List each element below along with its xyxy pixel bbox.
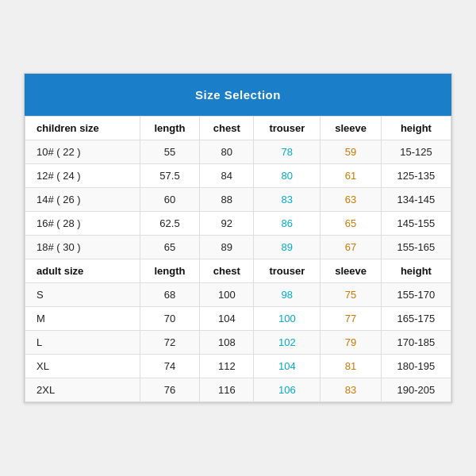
children-height-header: height bbox=[381, 117, 451, 140]
sleeve-cell: 79 bbox=[321, 331, 382, 355]
table-row: 12# ( 24 ) 57.5 84 80 61 125-135 bbox=[25, 164, 451, 188]
length-cell: 72 bbox=[140, 331, 199, 355]
height-cell: 145-155 bbox=[381, 212, 451, 236]
trouser-cell: 83 bbox=[254, 188, 321, 212]
height-cell: 180-195 bbox=[381, 355, 451, 378]
size-table: children size length chest trouser sleev… bbox=[25, 116, 451, 402]
size-cell: 18# ( 30 ) bbox=[25, 236, 140, 259]
sleeve-cell: 77 bbox=[321, 307, 382, 331]
size-cell: 14# ( 26 ) bbox=[25, 188, 140, 212]
length-cell: 57.5 bbox=[140, 164, 199, 188]
chest-cell: 84 bbox=[200, 164, 254, 188]
adult-height-header: height bbox=[381, 259, 451, 283]
title-text: Size Selection bbox=[195, 88, 281, 102]
children-length-header: length bbox=[140, 117, 199, 140]
size-cell: XL bbox=[25, 355, 140, 378]
adult-chest-header: chest bbox=[200, 259, 254, 283]
sleeve-cell: 61 bbox=[321, 164, 382, 188]
children-chest-header: chest bbox=[200, 117, 254, 140]
height-cell: 155-170 bbox=[381, 283, 451, 307]
adult-trouser-header: trouser bbox=[254, 259, 321, 283]
height-cell: 125-135 bbox=[381, 164, 451, 188]
trouser-cell: 104 bbox=[254, 355, 321, 378]
size-cell: M bbox=[25, 307, 140, 331]
length-cell: 62.5 bbox=[140, 212, 199, 236]
height-cell: 134-145 bbox=[381, 188, 451, 212]
height-cell: 155-165 bbox=[381, 236, 451, 259]
sleeve-cell: 75 bbox=[321, 283, 382, 307]
chest-cell: 88 bbox=[200, 188, 254, 212]
length-cell: 70 bbox=[140, 307, 199, 331]
children-size-header: children size bbox=[25, 117, 140, 140]
table-row: 18# ( 30 ) 65 89 89 67 155-165 bbox=[25, 236, 451, 259]
trouser-cell: 98 bbox=[254, 283, 321, 307]
height-cell: 170-185 bbox=[381, 331, 451, 355]
adult-sleeve-header: sleeve bbox=[321, 259, 382, 283]
chest-cell: 100 bbox=[200, 283, 254, 307]
size-cell: 2XL bbox=[25, 378, 140, 402]
height-cell: 190-205 bbox=[381, 378, 451, 402]
trouser-cell: 102 bbox=[254, 331, 321, 355]
length-cell: 76 bbox=[140, 378, 199, 402]
chest-cell: 108 bbox=[200, 331, 254, 355]
sleeve-cell: 81 bbox=[321, 355, 382, 378]
sleeve-cell: 83 bbox=[321, 378, 382, 402]
children-sleeve-header: sleeve bbox=[321, 117, 382, 140]
size-cell: 16# ( 28 ) bbox=[25, 212, 140, 236]
chest-cell: 89 bbox=[200, 236, 254, 259]
table-row: XL 74 112 104 81 180-195 bbox=[25, 355, 451, 378]
table-row: 2XL 76 116 106 83 190-205 bbox=[25, 378, 451, 402]
trouser-cell: 78 bbox=[254, 140, 321, 164]
sleeve-cell: 65 bbox=[321, 212, 382, 236]
size-cell: S bbox=[25, 283, 140, 307]
trouser-cell: 86 bbox=[254, 212, 321, 236]
length-cell: 60 bbox=[140, 188, 199, 212]
adult-size-header: adult size bbox=[25, 259, 140, 283]
height-cell: 15-125 bbox=[381, 140, 451, 164]
size-cell: L bbox=[25, 331, 140, 355]
length-cell: 65 bbox=[140, 236, 199, 259]
chest-cell: 92 bbox=[200, 212, 254, 236]
length-cell: 55 bbox=[140, 140, 199, 164]
trouser-cell: 89 bbox=[254, 236, 321, 259]
size-selection-card: Size Selection children size length ches… bbox=[24, 73, 452, 403]
length-cell: 68 bbox=[140, 283, 199, 307]
size-cell: 12# ( 24 ) bbox=[25, 164, 140, 188]
trouser-cell: 106 bbox=[254, 378, 321, 402]
table-row: 14# ( 26 ) 60 88 83 63 134-145 bbox=[25, 188, 451, 212]
adult-length-header: length bbox=[140, 259, 199, 283]
table-row: S 68 100 98 75 155-170 bbox=[25, 283, 451, 307]
sleeve-cell: 63 bbox=[321, 188, 382, 212]
table-row: L 72 108 102 79 170-185 bbox=[25, 331, 451, 355]
sleeve-cell: 59 bbox=[321, 140, 382, 164]
chest-cell: 112 bbox=[200, 355, 254, 378]
adult-header-row: adult size length chest trouser sleeve h… bbox=[25, 259, 451, 283]
title-bar: Size Selection bbox=[25, 74, 451, 116]
table-row: 10# ( 22 ) 55 80 78 59 15-125 bbox=[25, 140, 451, 164]
children-header-row: children size length chest trouser sleev… bbox=[25, 117, 451, 140]
chest-cell: 116 bbox=[200, 378, 254, 402]
children-trouser-header: trouser bbox=[254, 117, 321, 140]
trouser-cell: 100 bbox=[254, 307, 321, 331]
height-cell: 165-175 bbox=[381, 307, 451, 331]
size-cell: 10# ( 22 ) bbox=[25, 140, 140, 164]
chest-cell: 104 bbox=[200, 307, 254, 331]
chest-cell: 80 bbox=[200, 140, 254, 164]
sleeve-cell: 67 bbox=[321, 236, 382, 259]
length-cell: 74 bbox=[140, 355, 199, 378]
table-row: M 70 104 100 77 165-175 bbox=[25, 307, 451, 331]
trouser-cell: 80 bbox=[254, 164, 321, 188]
table-row: 16# ( 28 ) 62.5 92 86 65 145-155 bbox=[25, 212, 451, 236]
